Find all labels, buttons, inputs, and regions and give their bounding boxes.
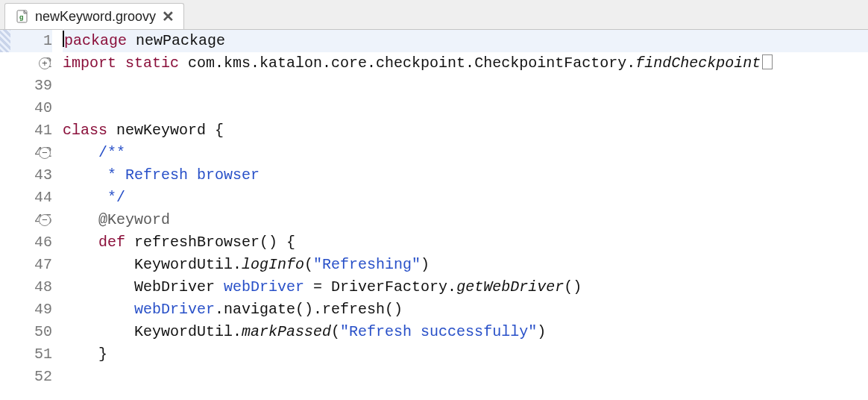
line-number: 48 [0,276,52,299]
line-number: 47 [0,254,52,276]
line-number-gutter: 12+39404142−434445−46474849505152 [0,30,57,400]
fold-collapse-icon[interactable]: − [39,214,51,226]
line-number: 42− [0,142,52,164]
code-line[interactable]: @Keyword [63,209,868,231]
code-line[interactable]: KeywordUtil.markPassed("Refresh successf… [63,321,868,343]
svg-text:g: g [19,13,24,21]
code-line[interactable]: WebDriver webDriver = DriverFactory.getW… [63,276,868,299]
code-line[interactable]: } [63,343,868,366]
line-number: 49 [0,299,52,321]
fold-collapse-icon[interactable]: − [39,147,51,159]
code-line[interactable]: class newKeyword { [63,119,868,142]
line-number: 51 [0,343,52,366]
line-number: 1 [0,30,52,52]
line-number: 40 [0,97,52,119]
code-line[interactable]: webDriver.navigate().refresh() [63,299,868,321]
line-number: 44 [0,187,52,209]
code-line[interactable]: /** [63,142,868,164]
code-editor[interactable]: 12+39404142−434445−46474849505152 packag… [0,30,868,400]
line-number: 2+ [0,52,52,75]
code-line[interactable]: KeywordUtil.logInfo("Refreshing") [63,254,868,276]
code-line[interactable]: * Refresh browser [63,164,868,187]
code-line[interactable] [63,366,868,388]
line-number: 50 [0,321,52,343]
line-number: 41 [0,119,52,142]
code-line[interactable]: */ [63,187,868,209]
code-line[interactable]: import static com.kms.katalon.core.check… [63,52,868,75]
line-number: 43 [0,164,52,187]
line-number: 39 [0,75,52,97]
tab-bar: g newKeyword.groovy ✕ [0,0,868,30]
code-line[interactable] [63,97,868,119]
line-number: 46 [0,231,52,254]
fold-expand-icon[interactable]: + [39,57,51,69]
line-truncation-icon [762,54,773,69]
line-number: 45− [0,209,52,231]
groovy-file-icon: g [16,10,29,23]
line-number: 52 [0,366,52,388]
code-line[interactable]: package newPackage [63,30,868,52]
close-icon[interactable]: ✕ [162,7,173,25]
tab-filename: newKeyword.groovy [35,9,156,25]
code-area[interactable]: package newPackageimport static com.kms.… [57,30,868,400]
code-line[interactable] [63,75,868,97]
editor-tab[interactable]: g newKeyword.groovy ✕ [4,3,184,29]
code-line[interactable]: def refreshBrowser() { [63,231,868,254]
